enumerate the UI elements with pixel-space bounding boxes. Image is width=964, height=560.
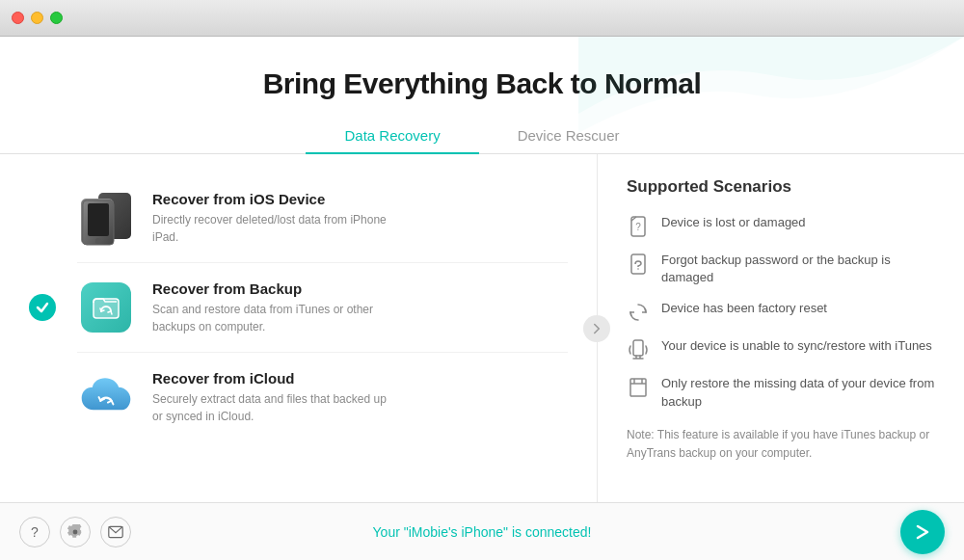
- next-button[interactable]: [900, 510, 945, 554]
- svg-rect-9: [633, 340, 643, 356]
- footer-left-icons: ?: [19, 517, 131, 547]
- icloud-option-desc: Securely extract data and files that bac…: [152, 390, 393, 425]
- sync-restore-icon: [627, 338, 650, 361]
- scenario-lost-text: Device is lost or damaged: [661, 214, 806, 231]
- help-icon: ?: [31, 524, 39, 540]
- scenario-missing-text: Only restore the missing data of your de…: [661, 375, 935, 410]
- backup-option-desc: Scan and restore data from iTunes or oth…: [152, 301, 393, 335]
- note-text: Note: This feature is available if you h…: [627, 426, 935, 463]
- backup-option-title: Recover from Backup: [152, 280, 393, 297]
- arrow-right-icon: [913, 522, 932, 542]
- ios-option-desc: Directly recover deleted/lost data from …: [152, 211, 393, 246]
- svg-text:?: ?: [635, 222, 641, 232]
- icloud-option-text: Recover from iCloud Securely extract dat…: [152, 370, 393, 425]
- scenario-forgot-password: Forgot backup password or the backup is …: [627, 252, 935, 286]
- mail-button[interactable]: [100, 517, 131, 547]
- factory-reset-icon: [627, 301, 650, 324]
- gear-icon: [67, 524, 83, 540]
- footer-status: Your "iMobie's iPhone" is connected!: [373, 524, 592, 540]
- right-panel: Supported Scenarios ? Device is lost or …: [598, 154, 964, 502]
- settings-button[interactable]: [60, 517, 91, 547]
- tab-data-recovery[interactable]: Data Recovery: [306, 118, 478, 153]
- backup-option-text: Recover from Backup Scan and restore dat…: [152, 280, 393, 335]
- minimize-button[interactable]: [31, 12, 43, 24]
- lost-damaged-icon: ?: [627, 215, 650, 238]
- icloud-option-title: Recover from iCloud: [152, 370, 393, 387]
- scenario-factory-reset: Device has been factory reset: [627, 300, 935, 324]
- svg-point-2: [95, 238, 101, 244]
- close-button[interactable]: [12, 12, 24, 24]
- scenario-sync-text: Your device is unable to sync/restore wi…: [661, 337, 932, 355]
- scenarios-title: Supported Scenarios: [627, 177, 935, 197]
- header: Bring Everything Back to Normal: [0, 37, 964, 100]
- icloud-icon: [77, 368, 135, 426]
- scenario-sync-restore: Your device is unable to sync/restore wi…: [627, 337, 935, 361]
- traffic-lights: [12, 12, 63, 24]
- main-container: Bring Everything Back to Normal Data Rec…: [0, 37, 964, 560]
- scenario-lost-damaged: ? Device is lost or damaged: [627, 214, 935, 238]
- recovery-option-ios[interactable]: Recover from iOS Device Directly recover…: [77, 173, 568, 262]
- scenario-factory-text: Device has been factory reset: [661, 300, 827, 317]
- recovery-option-backup[interactable]: Recover from Backup Scan and restore dat…: [77, 262, 568, 352]
- ios-option-text: Recover from iOS Device Directly recover…: [152, 191, 393, 246]
- mail-icon: [108, 525, 123, 539]
- left-panel: Recover from iOS Device Directly recover…: [0, 154, 598, 502]
- status-text: Your "iMobie's iPhone" is connected!: [373, 524, 592, 540]
- help-button[interactable]: ?: [19, 517, 50, 547]
- ios-device-icon: [77, 189, 135, 247]
- panel-chevron: [583, 315, 610, 342]
- backup-icon: [77, 279, 135, 336]
- maximize-button[interactable]: [50, 12, 63, 24]
- tab-device-rescuer[interactable]: Device Rescuer: [479, 118, 658, 153]
- recovery-option-icloud[interactable]: Recover from iCloud Securely extract dat…: [77, 352, 568, 441]
- svg-rect-1: [88, 203, 109, 236]
- svg-point-8: [637, 268, 639, 270]
- forgot-password-icon: [627, 253, 650, 276]
- page-title: Bring Everything Back to Normal: [0, 67, 964, 100]
- tabs-container: Data Recovery Device Rescuer: [0, 118, 964, 154]
- footer: ? Your "iMobie's iPhone" is connected!: [0, 502, 964, 560]
- svg-rect-10: [630, 379, 646, 396]
- scenario-forgot-text: Forgot backup password or the backup is …: [661, 252, 935, 286]
- missing-data-icon: [627, 376, 650, 399]
- selected-indicator: [29, 294, 56, 321]
- scenario-missing-data: Only restore the missing data of your de…: [627, 375, 935, 410]
- title-bar: [0, 0, 964, 37]
- content-area: Recover from iOS Device Directly recover…: [0, 154, 964, 502]
- ios-option-title: Recover from iOS Device: [152, 191, 393, 207]
- svg-rect-7: [631, 254, 645, 274]
